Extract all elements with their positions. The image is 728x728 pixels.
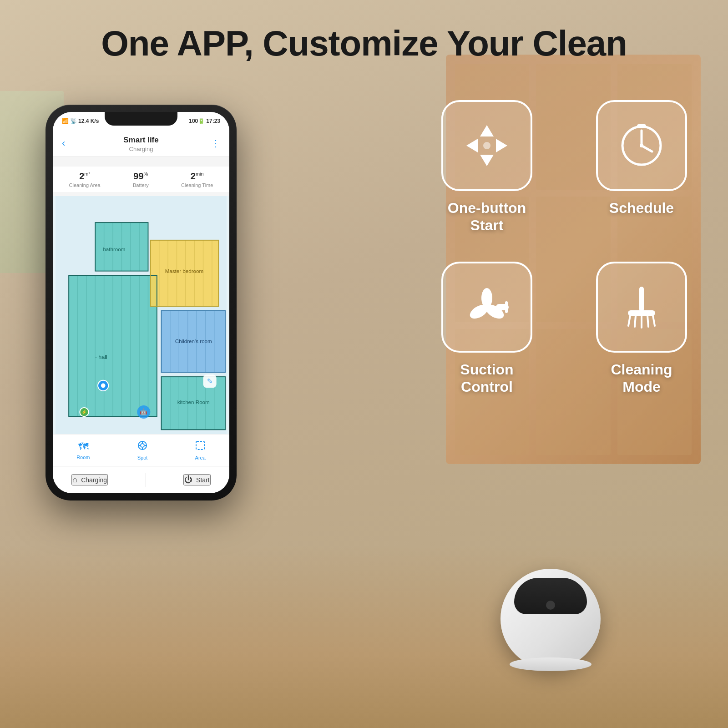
signal-icon: 📶 (62, 118, 69, 124)
floor-map: bathroom Master bedroom (53, 196, 229, 434)
status-left: 📶 📡 12.4 K/s (62, 118, 99, 124)
charging-label: Charging (81, 476, 107, 484)
bottom-nav: 🗺 Room Spot (53, 434, 229, 466)
svg-line-86 (647, 316, 648, 327)
spot-icon (137, 440, 147, 453)
phone-screen: 📶 📡 12.4 K/s 100🔋 17:23 ‹ Smart life Cha… (53, 112, 229, 493)
fan-icon (462, 282, 512, 332)
svg-line-83 (628, 316, 630, 326)
svg-line-87 (653, 316, 655, 326)
room-icon: 🗺 (78, 441, 88, 453)
time-display: 17:23 (206, 118, 220, 124)
status-right: 100🔋 17:23 (189, 118, 220, 124)
svg-rect-64 (196, 441, 204, 450)
svg-marker-66 (480, 155, 494, 166)
start-button[interactable]: ⏻ Start (183, 474, 211, 485)
app-status: Charging (62, 146, 220, 152)
broom-icon (617, 282, 667, 332)
schedule-label: Schedule (609, 199, 674, 217)
battery-unit: % (144, 171, 148, 177)
feature-one-button-start: One-buttonStart (428, 100, 546, 234)
nav-room-label: Room (76, 455, 90, 460)
svg-rect-81 (639, 287, 644, 312)
cleaning-time-value: 2 (191, 171, 196, 181)
feature-cleaning-mode: CleaningMode (582, 262, 701, 396)
nav-spot[interactable]: Spot (137, 440, 148, 460)
stat-cleaning-area: 2m² Cleaning Area (69, 171, 101, 188)
phone-shell: 📶 📡 12.4 K/s 100🔋 17:23 ‹ Smart life Cha… (46, 105, 237, 500)
phone-mockup: 📶 📡 12.4 K/s 100🔋 17:23 ‹ Smart life Cha… (46, 105, 237, 628)
cleaning-area-value: 2 (79, 171, 84, 181)
svg-text:⚡: ⚡ (81, 410, 87, 415)
svg-text:🤖: 🤖 (140, 408, 147, 416)
stat-battery: 99% Battery (133, 171, 149, 188)
area-icon (195, 440, 205, 453)
directional-arrows-icon (462, 121, 512, 171)
svg-point-73 (640, 144, 643, 147)
battery-icon: 100🔋 (189, 118, 205, 124)
cleaning-area-label: Cleaning Area (69, 182, 101, 188)
master-bedroom-label: Master bedroom (165, 268, 204, 274)
nav-area-label: Area (195, 455, 206, 460)
svg-point-51 (101, 384, 106, 388)
robot-vacuum (500, 569, 601, 669)
nav-room[interactable]: 🗺 Room (76, 441, 90, 460)
nav-area[interactable]: Area (195, 440, 206, 460)
svg-rect-74 (637, 124, 646, 128)
battery-value: 99 (133, 171, 143, 181)
back-button[interactable]: ‹ (62, 137, 65, 149)
wifi-icon: 📡 (70, 118, 77, 124)
suction-control-icon-box[interactable] (441, 262, 532, 353)
kitchen-label: kitchen Room (177, 399, 210, 405)
page-title: One APP, Customize Your Clean (0, 23, 728, 64)
childrens-room-label: Children's room (175, 338, 212, 344)
cleaning-time-unit: min (196, 171, 204, 177)
features-grid: One-buttonStart Schedule (428, 100, 701, 396)
phone-notch (105, 112, 177, 126)
one-button-start-label: One-buttonStart (448, 199, 526, 234)
menu-button[interactable]: ⋮ (211, 138, 220, 149)
svg-rect-80 (505, 301, 508, 313)
cleaning-mode-icon-box[interactable] (596, 262, 687, 353)
stat-cleaning-time: 2min Cleaning Time (181, 171, 213, 188)
cleaning-time-label: Cleaning Time (181, 182, 213, 188)
svg-marker-65 (480, 125, 494, 136)
svg-point-59 (141, 444, 144, 447)
svg-line-84 (635, 316, 636, 327)
svg-marker-67 (466, 139, 478, 152)
stats-row: 2m² Cleaning Area 99% Battery 2min Clean… (53, 167, 229, 193)
svg-point-69 (483, 142, 490, 149)
nav-spot-label: Spot (137, 455, 148, 460)
cleaning-area-unit: m² (84, 171, 90, 177)
schedule-icon-box[interactable] (596, 100, 687, 191)
robot-body (500, 569, 601, 669)
app-header: ‹ Smart life Charging ⋮ (53, 130, 229, 157)
one-button-start-icon-box[interactable] (441, 100, 532, 191)
cleaning-mode-label: CleaningMode (611, 361, 672, 396)
charging-base (510, 657, 592, 671)
charging-home-icon: ⌂ (72, 475, 77, 485)
start-label: Start (196, 476, 210, 484)
feature-suction-control: SuctionControl (428, 262, 546, 396)
start-power-icon: ⏻ (184, 475, 192, 485)
svg-point-78 (483, 303, 490, 311)
action-divider (146, 473, 146, 487)
svg-text:✎: ✎ (207, 377, 213, 385)
suction-control-label: SuctionControl (460, 361, 513, 396)
map-area[interactable]: bathroom Master bedroom (53, 196, 229, 434)
clock-icon (617, 121, 667, 171)
hall-label: · hall (95, 354, 107, 360)
robot-sensor (546, 601, 555, 610)
bottom-actions: ⌂ Charging ⏻ Start (53, 466, 229, 493)
battery-label: Battery (133, 182, 149, 188)
svg-marker-68 (496, 139, 507, 152)
app-title: Smart life (62, 136, 220, 145)
charging-button[interactable]: ⌂ Charging (71, 474, 108, 485)
bathroom-label: bathroom (103, 246, 125, 252)
feature-schedule: Schedule (582, 100, 701, 234)
